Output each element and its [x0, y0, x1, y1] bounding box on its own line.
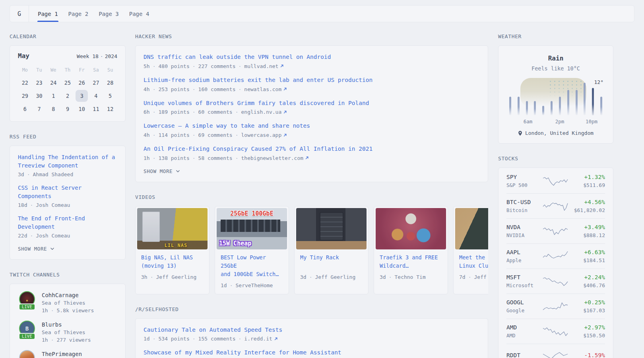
video-card: Traefik 3 and FREEWildcard…3d·Techno Tim — [374, 206, 448, 294]
rss-item-title[interactable]: CSS in React Server Components — [18, 184, 117, 200]
video-title[interactable]: Meet the newLinux Clus… — [459, 253, 488, 270]
video-title[interactable]: My Tiny Rack — [300, 253, 363, 270]
reddit-item-title[interactable]: Cautionary Tale on Automated Speed Tests — [144, 326, 480, 335]
stock-sparkline — [543, 225, 568, 237]
calendar-day: 22 — [18, 76, 32, 89]
calendar-day: 26 — [75, 76, 89, 89]
weather-bar — [584, 83, 586, 115]
calendar-day-selected: 3 — [75, 90, 89, 102]
stock-name: Bitcoin — [506, 207, 543, 213]
separator-dot: · — [153, 109, 156, 115]
calendar-day: 5 — [103, 90, 117, 102]
separator-dot: · — [192, 63, 196, 69]
calendar-day: 7 — [32, 103, 47, 115]
video-card-body: My Tiny Rack3d·Jeff Geerling — [296, 249, 367, 286]
tab-page-1[interactable]: Page 1 — [37, 6, 58, 22]
video-title[interactable]: Traefik 3 and FREEWildcard… — [380, 253, 442, 270]
video-card: 25GbE 100GbE15W CheapBEST Low Power 25Gb… — [215, 206, 289, 294]
video-card-body: Big NAS, Lil NAS(moving 13)3h·Jeff Geerl… — [137, 249, 208, 286]
video-thumbnail[interactable]: FAS — [455, 208, 488, 249]
hackernews-item-title[interactable]: Lithium-free sodium batteries exit the l… — [144, 76, 480, 85]
source-domain-link[interactable]: mullvad.net — [244, 63, 278, 69]
calendar-day: 12 — [103, 103, 117, 115]
stock-change: +2.24% — [569, 274, 605, 280]
calendar-day: 11 — [89, 103, 103, 115]
source-domain-link[interactable]: english.nv.ua — [241, 109, 282, 115]
show-more-button[interactable]: SHOW MORE — [144, 168, 180, 174]
video-card: My Tiny Rack3d·Jeff Geerling — [294, 206, 369, 294]
show-more-button[interactable]: SHOW MORE — [18, 246, 54, 252]
calendar-day: 24 — [46, 76, 60, 89]
tab-page-4[interactable]: Page 4 — [129, 6, 150, 22]
twitch-channel-name[interactable]: CohhCarnage — [42, 291, 94, 298]
weather-bar — [509, 97, 511, 115]
tab-page-2[interactable]: Page 2 — [68, 6, 89, 22]
stock-sparkline-wrap — [543, 175, 569, 187]
location-pin-icon — [518, 130, 522, 136]
stock-ticker: RDDT — [506, 352, 543, 358]
weather-bar — [526, 101, 528, 115]
chevron-down-icon — [176, 170, 180, 173]
video-card-body: Meet the newLinux Clus…7d·Jeff Geerling — [455, 249, 488, 286]
video-thumbnail[interactable]: 25GbE 100GbE15W Cheap — [217, 208, 287, 249]
stock-row: MSFTMicrosoft+2.24%$406.76 — [506, 268, 605, 294]
stock-change: +6.63% — [569, 249, 605, 255]
tab-page-3[interactable]: Page 3 — [98, 6, 119, 22]
twitch-channel-name[interactable]: ThePrimeagen — [42, 350, 82, 357]
rss-item-title[interactable]: Handling The Indentation of aTreeview Co… — [18, 153, 117, 170]
stock-info: BTC-USDBitcoin — [506, 199, 543, 213]
stock-values: +2.97%$150.50 — [569, 324, 605, 339]
thumbnail-overlay-text: 25GbE 100GbE — [217, 210, 287, 217]
twitch-channel-name[interactable]: Blurbs — [42, 321, 91, 328]
hackernews-item-title[interactable]: An Oil Price-Fixing Conspiracy Caused 27… — [144, 145, 480, 154]
stock-ticker: BTC-USD — [506, 199, 543, 205]
video-card-body: Traefik 3 and FREEWildcard…3d·Techno Tim — [376, 249, 446, 286]
separator-dot: · — [239, 63, 242, 69]
weather-bar — [576, 90, 578, 115]
twitch-channel[interactable]: ThePrimeagen — [18, 350, 117, 358]
video-title[interactable]: Big NAS, Lil NAS(moving 13) — [141, 253, 204, 270]
hackernews-item: Lowercase – A simple way to take and sha… — [144, 122, 480, 138]
video-thumbnail[interactable]: LIL NAS — [137, 208, 208, 249]
hackernews-item-title[interactable]: Lowercase – A simple way to take and sha… — [144, 122, 480, 130]
rss-item: Handling The Indentation of aTreeview Co… — [18, 153, 117, 177]
stock-sparkline-wrap — [543, 225, 569, 237]
rss-item: The End of Front-EndDevelopment22d·Josh … — [18, 214, 117, 239]
stock-ticker: SPY — [506, 174, 543, 180]
stock-sparkline — [543, 200, 568, 212]
separator-dot: · — [468, 274, 471, 280]
item-meta: 6h·189 points·60 comments·english.nv.ua — [144, 109, 480, 115]
weather-condition: Rain — [506, 54, 606, 62]
twitch-channel[interactable]: LIVECohhCarnageSea of Thieves1h·5.8k vie… — [18, 291, 117, 313]
hackernews-item: Lithium-free sodium batteries exit the l… — [144, 76, 480, 92]
source-domain: newatlas.com — [244, 86, 287, 92]
source-domain-link[interactable]: lowercase.app — [241, 132, 282, 138]
source-domain-link[interactable]: i.redd.it — [244, 336, 272, 342]
right-column: WEATHER Rain Feels like 10°C 12° 6am2pm1… — [498, 33, 613, 358]
stock-name: Apple — [506, 257, 543, 263]
stock-change: +3.49% — [569, 224, 605, 230]
video-thumbnail[interactable] — [296, 208, 367, 249]
hackernews-item: An Oil Price-Fixing Conspiracy Caused 27… — [144, 145, 480, 161]
video-title[interactable]: BEST Low Power 25GbEand 100GbE Switch… — [221, 253, 283, 278]
stocks-section-label: STOCKS — [498, 156, 613, 161]
item-meta: 4h·114 points·69 comments·lowercase.app — [144, 132, 480, 138]
stock-info: GOOGLGoogle — [506, 299, 543, 313]
item-meta: 1d·534 points·155 comments·i.redd.it — [144, 336, 480, 342]
external-link-icon — [283, 133, 287, 137]
rss-item-title[interactable]: The End of Front-EndDevelopment — [18, 214, 117, 231]
hackernews-item-title[interactable]: DNS traffic can leak outside the VPN tun… — [144, 53, 480, 62]
source-domain-link[interactable]: newatlas.com — [244, 86, 281, 92]
item-meta: 3d·Jeff Geerling — [300, 274, 363, 280]
twitch-channel-info: CohhCarnageSea of Thieves1h·5.8k viewers — [42, 291, 94, 313]
video-thumbnail[interactable] — [376, 208, 446, 249]
calendar-day: 28 — [103, 76, 117, 89]
logo[interactable]: G — [10, 6, 29, 22]
hackernews-item-title[interactable]: Unique volumes of Brothers Grimm fairy t… — [144, 99, 480, 108]
center-column: HACKER NEWS DNS traffic can leak outside… — [135, 33, 488, 358]
chevron-down-icon — [50, 247, 54, 250]
source-domain-link[interactable]: thebignewsletter.com — [241, 155, 304, 161]
reddit-item-title[interactable]: Showcase of my Mixed Reality Interface f… — [144, 348, 480, 357]
twitch-channel[interactable]: BLIVEBlurbsSea of Thieves1h·277 viewers — [18, 321, 117, 343]
calendar-section-label: CALENDAR — [10, 33, 126, 39]
